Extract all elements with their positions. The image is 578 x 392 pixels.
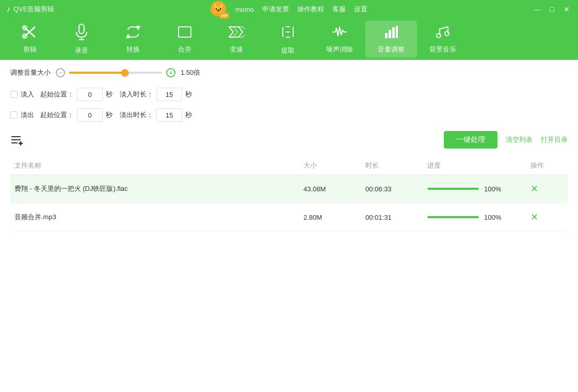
window-controls: — □ ✕ [532, 4, 572, 14]
merge-icon [178, 25, 192, 42]
nav-support[interactable]: 客服 [332, 5, 346, 14]
fade-out-row: 淡出 起始位置： 秒 淡出时长： 秒 [10, 108, 568, 122]
extract-icon [281, 24, 295, 43]
volume-increase-btn[interactable]: + [166, 68, 175, 77]
svg-rect-23 [385, 33, 388, 38]
svg-rect-24 [389, 30, 391, 38]
maximize-button[interactable]: □ [548, 4, 556, 14]
fade-out-checkbox-wrap: 淡出 [10, 110, 35, 120]
progress-text-1: 100% [484, 185, 501, 193]
extract-label: 提取 [281, 46, 295, 55]
fade-in-start-group: 起始位置： 秒 淡入时长： 秒 [40, 88, 192, 101]
toolbar: 剪辑 录音 转换 [0, 19, 578, 60]
svg-rect-25 [392, 27, 395, 38]
file-size-1: 43.08M [299, 185, 361, 193]
nav-tutorial[interactable]: 操作教程 [297, 5, 324, 14]
col-filename: 文件名称 [10, 161, 299, 170]
file-size-2: 2.80M [299, 214, 361, 221]
fade-in-duration-label: 淡入时长： [120, 90, 153, 99]
fade-out-start-unit: 秒 [106, 110, 113, 120]
svg-line-19 [340, 27, 341, 35]
mic-icon [74, 24, 89, 43]
svg-rect-4 [79, 24, 84, 34]
slider-fill [69, 72, 125, 74]
svg-rect-7 [179, 27, 191, 37]
clear-list-link[interactable]: 清空列表 [506, 135, 533, 144]
volume-label-text: 调整音量大小 [10, 68, 51, 77]
toolbar-record[interactable]: 录音 [56, 21, 107, 58]
toolbar-speed[interactable]: 变速 [211, 21, 262, 58]
file-progress-2: 100% [423, 214, 526, 221]
title-center: 🐱 VIP momo 申请发票 操作教程 客服 设置 [211, 1, 367, 18]
main-content: 调整音量大小 − + 1.50倍 淡入 起始位置： 秒 淡入时长： 秒 [0, 60, 578, 392]
toolbar-merge[interactable]: 合并 [159, 21, 211, 58]
fade-in-checkbox-wrap: 淡入 [10, 90, 35, 99]
fade-in-start-input[interactable] [77, 88, 103, 101]
slider-container: − + [56, 68, 175, 77]
nav-settings[interactable]: 设置 [354, 5, 367, 14]
fade-in-row: 淡入 起始位置： 秒 淡入时长： 秒 [10, 88, 568, 101]
fade-in-start-unit: 秒 [106, 90, 113, 99]
nav-invoice[interactable]: 申请发票 [262, 5, 289, 14]
toolbar-convert[interactable]: 转换 [107, 21, 159, 58]
col-size: 大小 [299, 161, 361, 170]
process-button[interactable]: 一键处理 [444, 131, 497, 149]
volume-icon [384, 25, 398, 42]
fade-out-checkbox[interactable] [10, 111, 18, 119]
svg-line-20 [341, 30, 343, 35]
fade-in-duration-unit: 秒 [185, 90, 192, 99]
app-title: QVE音频剪辑 [13, 5, 54, 14]
svg-point-27 [437, 34, 441, 38]
col-action: 操作 [526, 161, 568, 170]
delete-button-2[interactable]: ✕ [526, 211, 568, 223]
close-button[interactable]: ✕ [561, 4, 572, 14]
delete-button-1[interactable]: ✕ [526, 183, 568, 194]
record-label: 录音 [75, 46, 88, 55]
table-header: 文件名称 大小 时长 进度 操作 [10, 157, 568, 175]
file-table: 文件名称 大小 时长 进度 操作 费翔 - 冬天里的一把火 (DJ铁匠版).fl… [10, 157, 568, 384]
toolbar-denoise[interactable]: 噪声消除 [314, 21, 365, 58]
svg-rect-26 [396, 26, 398, 38]
add-file-button[interactable] [10, 134, 25, 146]
fade-out-label: 淡出 [21, 110, 35, 120]
file-name-1: 费翔 - 冬天里的一把火 (DJ铁匠版).flac [10, 184, 299, 193]
fade-out-duration-input[interactable] [156, 108, 182, 122]
table-row: 音频合并.mp3 2.80M 00:01:31 100% ✕ [10, 203, 568, 232]
toolbar-bgmusic[interactable]: 背景音乐 [417, 21, 469, 58]
speed-label: 变速 [230, 45, 243, 54]
vip-badge: VIP [219, 13, 229, 19]
svg-line-21 [343, 30, 344, 32]
username: momo [235, 6, 254, 13]
cut-label: 剪辑 [23, 45, 37, 54]
progress-text-2: 100% [484, 214, 501, 221]
avatar[interactable]: 🐱 VIP [211, 1, 227, 18]
denoise-icon [331, 25, 348, 42]
fade-out-start-label: 起始位置： [40, 110, 74, 120]
fade-in-start-label: 起始位置： [40, 90, 74, 99]
volume-slider-track[interactable] [69, 72, 162, 74]
table-row: 费翔 - 冬天里的一把火 (DJ铁匠版).flac 43.08M 00:06:3… [10, 175, 568, 203]
toolbar-extract[interactable]: 提取 [262, 21, 314, 58]
col-duration: 时长 [361, 161, 423, 170]
fade-in-checkbox[interactable] [10, 91, 18, 98]
svg-point-28 [445, 31, 449, 36]
volume-decrease-btn[interactable]: − [56, 68, 65, 77]
open-dir-link[interactable]: 打开目录 [541, 135, 568, 144]
scissors-icon [22, 25, 38, 42]
toolbar-cut[interactable]: 剪辑 [4, 21, 56, 58]
title-nav: 申请发票 操作教程 客服 设置 [262, 5, 367, 14]
minimize-button[interactable]: — [532, 4, 543, 14]
bgmusic-icon [435, 25, 451, 42]
fade-in-label: 淡入 [21, 90, 35, 99]
file-name-2: 音频合并.mp3 [10, 213, 299, 222]
fade-out-start-group: 起始位置： 秒 淡出时长： 秒 [40, 108, 192, 122]
action-bar: 一键处理 清空列表 打开目录 [10, 131, 568, 149]
fade-out-start-input[interactable] [77, 108, 103, 122]
volume-label: 音量调整 [378, 45, 405, 54]
fade-in-duration-input[interactable] [156, 88, 182, 101]
fade-out-duration-label: 淡出时长： [120, 110, 153, 120]
slider-thumb[interactable] [121, 69, 129, 76]
speed-icon [228, 25, 245, 42]
action-right: 一键处理 清空列表 打开目录 [444, 131, 568, 149]
toolbar-volume[interactable]: 音量调整 [365, 21, 417, 58]
